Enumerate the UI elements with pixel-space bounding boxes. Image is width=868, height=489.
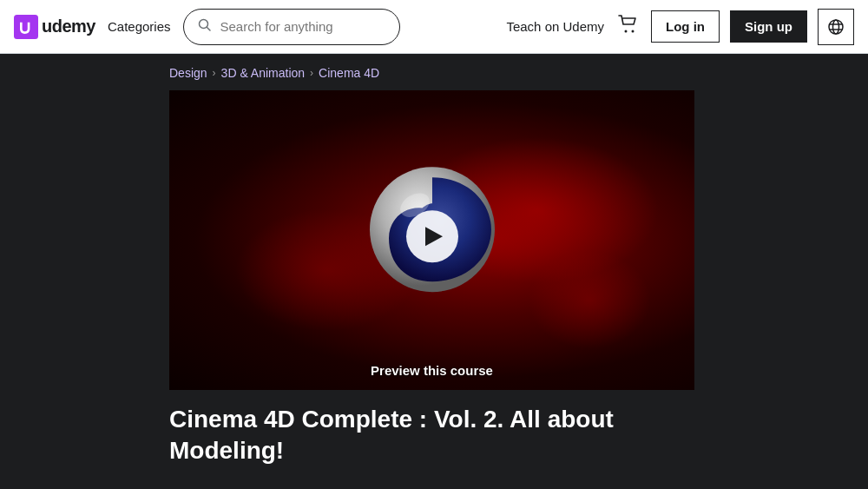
svg-point-5 xyxy=(829,20,843,34)
navbar: udemy Categories Teach on Udemy Log in S… xyxy=(0,0,868,54)
svg-point-4 xyxy=(632,30,635,32)
globe-icon xyxy=(828,19,844,35)
content-area: Design › 3D & Animation › Cinema 4D xyxy=(0,54,868,467)
signup-button[interactable]: Sign up xyxy=(730,10,807,43)
breadcrumb-3d-animation[interactable]: 3D & Animation xyxy=(221,66,306,80)
svg-rect-0 xyxy=(14,15,38,39)
breadcrumb-sep-1: › xyxy=(213,67,216,79)
svg-point-6 xyxy=(833,20,839,34)
logo[interactable]: udemy xyxy=(14,15,95,39)
video-background: Preview this course xyxy=(169,90,694,390)
cart-icon[interactable] xyxy=(615,11,641,43)
categories-link[interactable]: Categories xyxy=(106,16,173,37)
video-preview[interactable]: Preview this course xyxy=(169,90,694,390)
language-button[interactable] xyxy=(818,9,854,45)
udemy-logo-icon xyxy=(14,15,38,39)
search-icon xyxy=(198,18,212,36)
course-title: Cinema 4D Complete : Vol. 2. All about M… xyxy=(169,404,694,467)
play-button[interactable] xyxy=(406,210,458,262)
svg-point-3 xyxy=(625,30,628,32)
login-button[interactable]: Log in xyxy=(651,10,720,43)
search-bar xyxy=(183,9,400,45)
preview-label: Preview this course xyxy=(371,363,493,378)
breadcrumb: Design › 3D & Animation › Cinema 4D xyxy=(169,66,868,80)
search-input[interactable] xyxy=(220,19,385,34)
breadcrumb-sep-2: › xyxy=(310,67,313,79)
breadcrumb-design[interactable]: Design xyxy=(169,66,207,80)
svg-line-2 xyxy=(207,27,210,30)
teach-link[interactable]: Teach on Udemy xyxy=(506,19,604,34)
logo-text: udemy xyxy=(42,17,95,36)
breadcrumb-cinema4d[interactable]: Cinema 4D xyxy=(319,66,379,80)
